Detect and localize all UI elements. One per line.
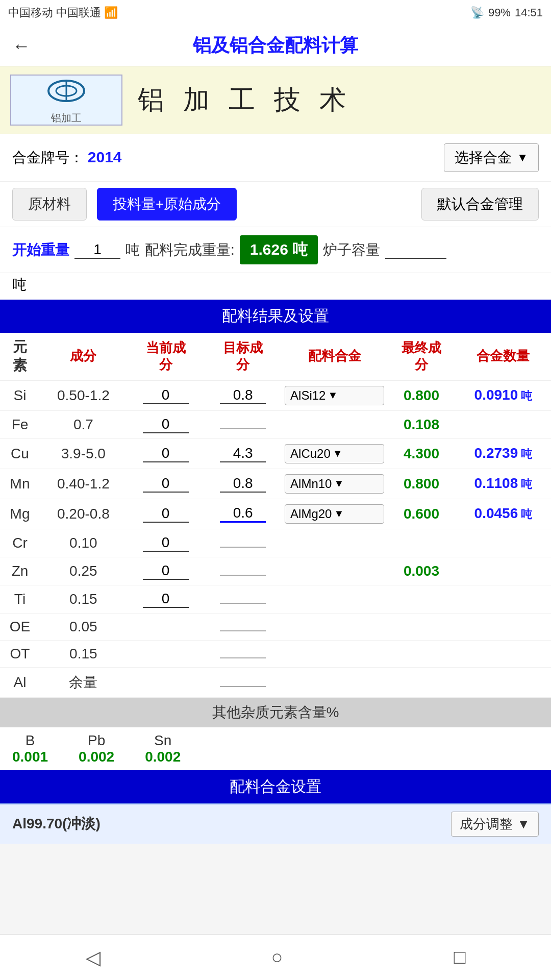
current-input[interactable] (143, 534, 189, 552)
cell-target[interactable] (204, 499, 282, 529)
cell-alloy[interactable]: AlMn10▼ (282, 469, 387, 499)
cell-qty (456, 557, 551, 585)
alloy-dropdown[interactable]: AlCu20▼ (285, 444, 384, 463)
alloy-dropdown-arrow-icon: ▼ (334, 508, 344, 520)
cell-alloy[interactable]: AlMg20▼ (282, 499, 387, 529)
cell-current[interactable] (127, 529, 205, 557)
col-target: 目标成分 (204, 333, 282, 380)
nav-recent-button[interactable]: □ (434, 941, 486, 973)
current-input[interactable] (143, 591, 189, 608)
furnace-input[interactable] (385, 241, 446, 259)
target-input[interactable] (220, 445, 266, 462)
cell-final (387, 585, 456, 613)
cell-final: 4.300 (387, 438, 456, 469)
impurity-label: Sn (154, 732, 171, 749)
alloy-select-arrow-icon: ▼ (517, 151, 528, 164)
alloy-dropdown[interactable]: AlMg20▼ (285, 504, 384, 524)
comp-adjust-button[interactable]: 成分调整 ▼ (451, 812, 539, 837)
cell-final: 0.800 (387, 380, 456, 410)
cell-element: Al (0, 667, 40, 697)
carrier2: 中国联通 (56, 5, 101, 20)
cell-qty (456, 585, 551, 613)
table-section-header: 配料结果及设置 (0, 300, 551, 333)
alloy-select-button[interactable]: 选择合金 ▼ (444, 143, 539, 172)
cell-range: 余量 (40, 667, 127, 697)
cell-current (127, 667, 205, 697)
cell-current[interactable] (127, 410, 205, 438)
target-input[interactable] (220, 387, 266, 404)
cell-target[interactable] (204, 469, 282, 499)
cell-target (204, 667, 282, 697)
tab-row: 原材料 投料量+原始成分 默认合金管理 (0, 182, 551, 227)
cell-current[interactable] (127, 499, 205, 529)
cell-alloy[interactable]: AlSi12▼ (282, 380, 387, 410)
cell-element: Zn (0, 557, 40, 585)
cell-target (204, 613, 282, 640)
nav-back-button[interactable]: ◁ (65, 941, 121, 974)
cell-current[interactable] (127, 469, 205, 499)
cell-alloy (282, 529, 387, 557)
logo-label: 铝加工 (51, 111, 82, 125)
tab-raw-material[interactable]: 原材料 (12, 188, 87, 220)
current-input[interactable] (143, 445, 189, 462)
system-status: 📡 99% 14:51 (470, 6, 543, 19)
current-input[interactable] (143, 416, 189, 433)
cell-target[interactable] (204, 380, 282, 410)
alloy-dropdown[interactable]: AlSi12▼ (285, 386, 384, 405)
cell-alloy[interactable]: AlCu20▼ (282, 438, 387, 469)
cell-range: 0.25 (40, 557, 127, 585)
cell-qty (456, 529, 551, 557)
logo-icon (46, 76, 87, 111)
table-row: Mn0.40-1.2AlMn10▼0.8000.1108 吨 (0, 469, 551, 499)
table-row: Al余量 (0, 667, 551, 697)
cell-alloy (282, 410, 387, 438)
start-weight-input[interactable] (74, 241, 120, 259)
nav-home-button[interactable]: ○ (251, 941, 304, 973)
tab-batch-comp[interactable]: 投料量+原始成分 (97, 188, 237, 220)
cell-qty: 0.1108 吨 (456, 469, 551, 499)
impurity-value: 0.002 (145, 749, 181, 765)
cell-final: 0.800 (387, 469, 456, 499)
current-input[interactable] (143, 505, 189, 523)
cell-current[interactable] (127, 585, 205, 613)
bottom-nav: ◁ ○ □ (0, 934, 551, 980)
alloy-dropdown-label: AlMg20 (290, 507, 332, 521)
status-bar: 中国移动 中国联通 📶 📡 99% 14:51 (0, 0, 551, 26)
impurity-item: B0.001 (12, 732, 48, 765)
cell-qty (456, 667, 551, 697)
current-input[interactable] (143, 475, 189, 493)
cell-final: 0.600 (387, 499, 456, 529)
col-range: 成分 (40, 333, 127, 380)
cell-target[interactable] (204, 438, 282, 469)
wifi-icon: 📡 (470, 6, 484, 19)
cell-final: 0.003 (387, 557, 456, 585)
target-input[interactable] (220, 475, 266, 493)
cell-current[interactable] (127, 438, 205, 469)
alloy-config-row: Al99.70(冲淡) 成分调整 ▼ (0, 803, 551, 844)
alloy-dropdown[interactable]: AlMn10▼ (285, 474, 384, 494)
impurity-item: Sn0.002 (145, 732, 181, 765)
cell-final (387, 613, 456, 640)
alloy-dropdown-arrow-icon: ▼ (328, 389, 338, 401)
cell-alloy (282, 585, 387, 613)
cell-current[interactable] (127, 380, 205, 410)
cell-target (204, 585, 282, 613)
page-title: 铝及铝合金配料计算 (193, 33, 358, 58)
current-input[interactable] (143, 562, 189, 580)
manage-alloy-button[interactable]: 默认合金管理 (421, 188, 539, 220)
alloy-dropdown-arrow-icon: ▼ (333, 448, 343, 459)
cell-alloy (282, 613, 387, 640)
cell-current[interactable] (127, 557, 205, 585)
table-row: Fe0.70.108 (0, 410, 551, 438)
cell-range: 0.20-0.8 (40, 499, 127, 529)
target-input[interactable] (220, 505, 266, 523)
table-row: OT0.15 (0, 640, 551, 667)
cell-alloy (282, 667, 387, 697)
cell-element: Cu (0, 438, 40, 469)
table-row: Si0.50-1.2AlSi12▼0.8000.0910 吨 (0, 380, 551, 410)
current-input[interactable] (143, 387, 189, 404)
logo-box: 铝加工 (10, 75, 122, 126)
cell-element: Cr (0, 529, 40, 557)
impurity-label: B (26, 732, 35, 749)
back-button[interactable]: ← (12, 35, 31, 57)
